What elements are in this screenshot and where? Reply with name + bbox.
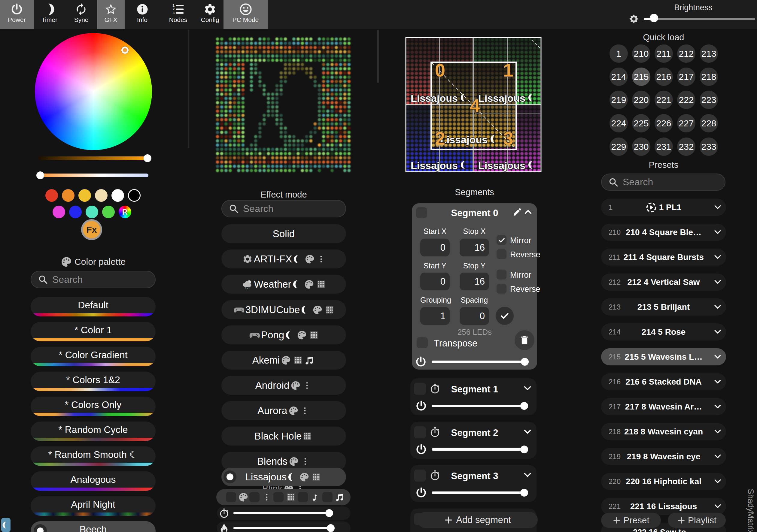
svg-text:0: 0 [435,60,445,80]
svg-text:1: 1 [503,60,513,80]
svg-text:Lissajous: Lissajous [410,93,458,104]
svg-text:Lissajous: Lissajous [410,160,458,171]
svg-text:Lissajous: Lissajous [478,93,526,104]
svg-text:Lissajous: Lissajous [478,160,526,171]
svg-text:4: 4 [470,95,480,116]
svg-text:2: 2 [435,128,445,149]
svg-text:3: 3 [503,128,513,149]
svg-text:Lissajous: Lissajous [440,134,488,145]
